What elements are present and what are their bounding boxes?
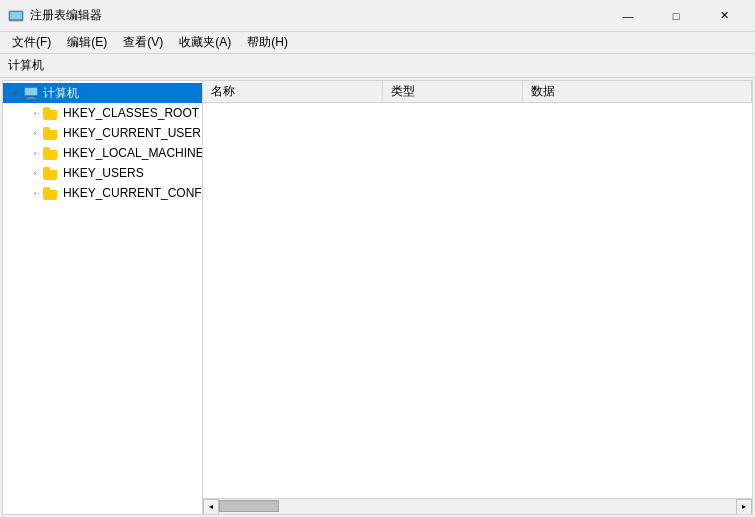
tree-item-users[interactable]: › HKEY_USERS	[23, 163, 202, 183]
window-controls: — □ ✕	[605, 0, 747, 32]
folder-icon-3	[43, 166, 59, 180]
col-data[interactable]: 数据	[523, 81, 752, 102]
folder-icon-0	[43, 106, 59, 120]
col-name[interactable]: 名称	[203, 81, 383, 102]
computer-icon	[23, 86, 39, 100]
tree-root-label: 计算机	[43, 85, 79, 102]
window-title: 注册表编辑器	[30, 7, 605, 24]
app-icon	[8, 8, 24, 24]
tree-item-current-config[interactable]: › HKEY_CURRENT_CONFIG	[23, 183, 202, 203]
svg-rect-5	[28, 97, 34, 98]
maximize-button[interactable]: □	[653, 0, 699, 32]
menu-help[interactable]: 帮助(H)	[239, 32, 296, 53]
scroll-left-button[interactable]: ◂	[203, 499, 219, 515]
detail-pane: 名称 类型 数据 ◂ ▸	[203, 81, 752, 514]
title-bar: 注册表编辑器 — □ ✕	[0, 0, 755, 32]
menu-bar: 文件(F) 编辑(E) 查看(V) 收藏夹(A) 帮助(H)	[0, 32, 755, 54]
tree-item-classes-root[interactable]: › HKEY_CLASSES_ROOT	[23, 103, 202, 123]
horizontal-scrollbar[interactable]: ◂ ▸	[203, 498, 752, 514]
expand-arrow-0[interactable]: ›	[27, 105, 43, 121]
svg-rect-2	[12, 20, 20, 21]
menu-file[interactable]: 文件(F)	[4, 32, 59, 53]
scroll-track[interactable]	[219, 499, 736, 514]
expand-arrow-root[interactable]: ▼	[7, 85, 23, 101]
folder-icon-1	[43, 126, 59, 140]
detail-header: 名称 类型 数据	[203, 81, 752, 103]
svg-rect-4	[25, 88, 37, 95]
close-button[interactable]: ✕	[701, 0, 747, 32]
main-content: ▼ 计算机 › HKEY_CLASSES_ROOT	[2, 80, 753, 515]
tree-item-label-1: HKEY_CURRENT_USER	[63, 126, 201, 140]
expand-arrow-1[interactable]: ›	[27, 125, 43, 141]
detail-content[interactable]	[203, 103, 752, 498]
menu-edit[interactable]: 编辑(E)	[59, 32, 115, 53]
scroll-thumb[interactable]	[219, 500, 279, 512]
tree-children: › HKEY_CLASSES_ROOT › HKEY_CURRENT_USER …	[3, 103, 202, 203]
address-label: 计算机	[8, 57, 44, 74]
menu-favorites[interactable]: 收藏夹(A)	[171, 32, 239, 53]
address-bar: 计算机	[0, 54, 755, 78]
tree-item-label-4: HKEY_CURRENT_CONFIG	[63, 186, 203, 200]
tree-root[interactable]: ▼ 计算机	[3, 83, 202, 103]
svg-rect-1	[10, 12, 22, 19]
tree-item-local-machine[interactable]: › HKEY_LOCAL_MACHINE	[23, 143, 202, 163]
minimize-button[interactable]: —	[605, 0, 651, 32]
expand-arrow-4[interactable]: ›	[27, 185, 43, 201]
svg-rect-6	[26, 98, 36, 99]
tree-pane[interactable]: ▼ 计算机 › HKEY_CLASSES_ROOT	[3, 81, 203, 514]
tree-item-current-user[interactable]: › HKEY_CURRENT_USER	[23, 123, 202, 143]
folder-icon-2	[43, 146, 59, 160]
menu-view[interactable]: 查看(V)	[115, 32, 171, 53]
tree-item-label-0: HKEY_CLASSES_ROOT	[63, 106, 199, 120]
col-type[interactable]: 类型	[383, 81, 523, 102]
expand-arrow-3[interactable]: ›	[27, 165, 43, 181]
tree-item-label-2: HKEY_LOCAL_MACHINE	[63, 146, 203, 160]
expand-arrow-2[interactable]: ›	[27, 145, 43, 161]
tree-item-label-3: HKEY_USERS	[63, 166, 144, 180]
scroll-right-button[interactable]: ▸	[736, 499, 752, 515]
folder-icon-4	[43, 186, 59, 200]
